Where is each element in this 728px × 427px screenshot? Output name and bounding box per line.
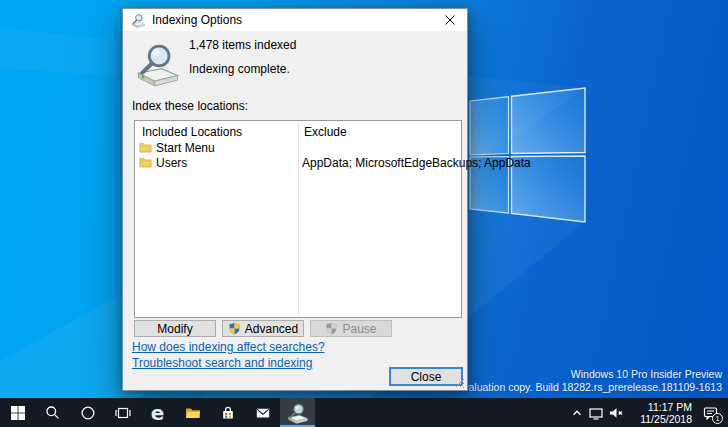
locations-label: Index these locations:: [132, 99, 248, 113]
mail-icon: [255, 405, 271, 421]
dialog-body: 1,478 items indexed Indexing complete. I…: [123, 31, 467, 390]
taskbar-clock[interactable]: 11:17 PM 11/25/2018: [630, 401, 692, 425]
advanced-label: Advanced: [245, 322, 298, 336]
clock-date: 11/25/2018: [630, 413, 692, 425]
clock-time: 11:17 PM: [630, 401, 692, 413]
column-header-exclude: Exclude: [304, 125, 347, 139]
close-button[interactable]: Close: [389, 367, 463, 386]
network-icon[interactable]: [586, 398, 606, 427]
start-button[interactable]: [0, 398, 35, 427]
modify-button[interactable]: Modify: [134, 320, 216, 337]
indexing-options-icon: [287, 402, 309, 424]
task-view-button[interactable]: [105, 398, 140, 427]
file-explorer-icon: [185, 405, 201, 421]
location-name: Start Menu: [156, 141, 215, 155]
pause-label: Pause: [342, 322, 376, 336]
volume-muted-icon[interactable]: [606, 398, 626, 427]
microsoft-store-icon: [220, 405, 236, 421]
desktop: Windows 10 Pro Insider Preview Evaluatio…: [0, 0, 728, 427]
locations-list[interactable]: Included Locations Exclude Start Menu Us…: [134, 120, 462, 318]
notification-badge: 1: [712, 413, 723, 424]
list-item-users[interactable]: Users AppData; MicrosoftEdgeBackups; App…: [136, 155, 460, 170]
location-exclude: AppData; MicrosoftEdgeBackups; AppData: [302, 156, 531, 170]
file-explorer-button[interactable]: [175, 398, 210, 427]
windows-logo-icon: [10, 405, 26, 421]
pause-button[interactable]: Pause: [310, 320, 392, 337]
indexing-options-icon: [131, 13, 146, 28]
resize-grip[interactable]: [454, 377, 465, 388]
indexing-options-dialog: Indexing Options 1,478 items indexed Ind…: [122, 8, 468, 391]
uac-shield-icon: [325, 322, 338, 335]
dialog-title: Indexing Options: [152, 13, 242, 27]
items-indexed-text: 1,478 items indexed: [189, 38, 296, 52]
tray-chevron-up-icon[interactable]: [568, 398, 586, 427]
advanced-button[interactable]: Advanced: [222, 320, 304, 337]
list-header-row: Included Locations Exclude: [135, 125, 461, 141]
troubleshoot-link[interactable]: Troubleshoot search and indexing: [132, 356, 312, 370]
cortana-circle-icon: [80, 405, 96, 421]
folder-icon: [139, 157, 152, 168]
edge-button[interactable]: e: [140, 398, 175, 427]
column-header-included: Included Locations: [142, 125, 242, 139]
uac-shield-icon: [228, 322, 241, 335]
close-label: Close: [411, 370, 442, 384]
taskbar-indexing-options-button[interactable]: [280, 398, 315, 427]
watermark-build: Evaluation copy. Build 18282.rs_prerelea…: [456, 381, 722, 394]
edge-icon: e: [151, 403, 165, 423]
evaluation-watermark: Windows 10 Pro Insider Preview Evaluatio…: [456, 368, 722, 394]
close-icon[interactable]: [433, 9, 467, 31]
dialog-titlebar[interactable]: Indexing Options: [123, 9, 467, 31]
search-icon: [45, 405, 60, 420]
system-tray: 11:17 PM 11/25/2018 1: [568, 398, 728, 427]
list-item-start-menu[interactable]: Start Menu: [136, 140, 460, 155]
mail-button[interactable]: [245, 398, 280, 427]
store-button[interactable]: [210, 398, 245, 427]
search-button[interactable]: [35, 398, 70, 427]
task-view-icon: [115, 405, 131, 421]
watermark-edition: Windows 10 Pro Insider Preview: [456, 368, 722, 381]
action-center-button[interactable]: 1: [697, 398, 724, 427]
indexing-help-link[interactable]: How does indexing affect searches?: [132, 340, 325, 354]
taskbar: e: [0, 398, 728, 427]
indexing-status-text: Indexing complete.: [189, 62, 290, 76]
location-name: Users: [156, 156, 187, 170]
modify-label: Modify: [157, 322, 192, 336]
folder-icon: [139, 142, 152, 153]
search-drive-icon: [135, 41, 181, 87]
cortana-button[interactable]: [70, 398, 105, 427]
